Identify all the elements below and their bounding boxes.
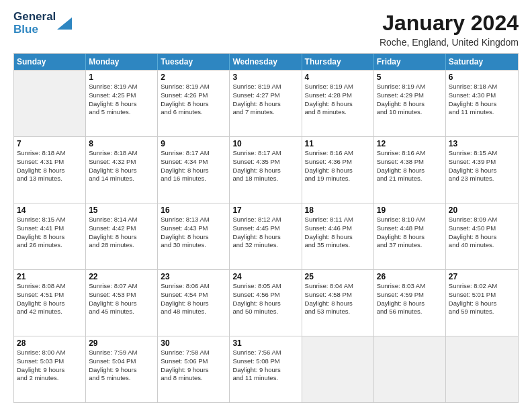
- sunset: Sunset: 4:48 PM: [377, 224, 443, 233]
- daylight-minutes: and 48 minutes.: [161, 308, 226, 316]
- calendar-cell: [374, 336, 446, 402]
- sunrise: Sunrise: 8:11 AM: [305, 216, 371, 224]
- sunrise: Sunrise: 8:00 AM: [17, 349, 83, 357]
- sunset: Sunset: 4:38 PM: [377, 158, 443, 167]
- daylight-minutes: and 42 minutes.: [17, 308, 83, 316]
- daylight-hours: Daylight: 8 hours: [377, 100, 443, 109]
- day-number: 9: [161, 139, 226, 148]
- calendar-cell: [14, 71, 86, 136]
- daylight-hours: Daylight: 8 hours: [17, 300, 83, 308]
- day-number: 6: [449, 73, 515, 82]
- sunrise: Sunrise: 8:09 AM: [449, 216, 515, 224]
- daylight-minutes: and 8 minutes.: [305, 108, 371, 117]
- day-number: 30: [161, 338, 226, 348]
- sunrise: Sunrise: 8:07 AM: [89, 282, 154, 291]
- calendar-cell: 16 Sunrise: 8:13 AM Sunset: 4:43 PM Dayl…: [158, 203, 230, 269]
- calendar-cell: 7 Sunrise: 8:18 AM Sunset: 4:31 PM Dayli…: [14, 137, 86, 203]
- sunrise: Sunrise: 8:19 AM: [305, 83, 371, 91]
- day-number: 22: [89, 272, 154, 281]
- calendar-row-4: 28 Sunrise: 8:00 AM Sunset: 5:03 PM Dayl…: [14, 336, 518, 402]
- calendar-cell: 11 Sunrise: 8:16 AM Sunset: 4:36 PM Dayl…: [302, 137, 374, 203]
- sunrise: Sunrise: 8:02 AM: [449, 282, 515, 291]
- day-number: 3: [232, 73, 298, 82]
- sunset: Sunset: 4:32 PM: [89, 158, 154, 167]
- day-number: 7: [17, 139, 83, 148]
- daylight-hours: Daylight: 8 hours: [161, 300, 226, 308]
- daylight-minutes: and 30 minutes.: [161, 241, 226, 250]
- daylight-hours: Daylight: 8 hours: [232, 100, 298, 109]
- title-block: January 2024 Roche, England, United King…: [380, 11, 519, 48]
- daylight-hours: Daylight: 8 hours: [17, 233, 83, 242]
- daylight-minutes: and 28 minutes.: [89, 241, 154, 250]
- daylight-minutes: and 11 minutes.: [232, 374, 298, 383]
- sunset: Sunset: 4:26 PM: [161, 91, 226, 100]
- calendar-cell: 6 Sunrise: 8:18 AM Sunset: 4:30 PM Dayli…: [446, 71, 518, 136]
- day-number: 1: [89, 73, 154, 82]
- sunrise: Sunrise: 8:19 AM: [232, 83, 298, 91]
- daylight-hours: Daylight: 8 hours: [89, 100, 154, 109]
- daylight-minutes: and 35 minutes.: [305, 241, 371, 250]
- sunset: Sunset: 5:04 PM: [89, 357, 154, 366]
- calendar-header: Sunday Monday Tuesday Wednesday Thursday…: [14, 54, 518, 70]
- day-number: 14: [17, 205, 83, 215]
- sunset: Sunset: 4:45 PM: [232, 224, 298, 233]
- sunset: Sunset: 5:01 PM: [449, 291, 515, 300]
- daylight-hours: Daylight: 8 hours: [377, 300, 443, 308]
- calendar-row-0: 1 Sunrise: 8:19 AM Sunset: 4:25 PM Dayli…: [14, 70, 518, 136]
- header-friday: Friday: [374, 54, 446, 70]
- sunset: Sunset: 4:30 PM: [449, 91, 515, 100]
- calendar-cell: 3 Sunrise: 8:19 AM Sunset: 4:27 PM Dayli…: [230, 71, 302, 136]
- daylight-minutes: and 10 minutes.: [377, 108, 443, 117]
- daylight-hours: Daylight: 8 hours: [449, 300, 515, 308]
- sunrise: Sunrise: 8:10 AM: [377, 216, 443, 224]
- calendar-cell: 22 Sunrise: 8:07 AM Sunset: 4:53 PM Dayl…: [86, 270, 158, 336]
- daylight-minutes: and 18 minutes.: [232, 175, 298, 183]
- daylight-hours: Daylight: 9 hours: [232, 366, 298, 375]
- sunrise: Sunrise: 8:18 AM: [449, 83, 515, 91]
- calendar-row-2: 14 Sunrise: 8:15 AM Sunset: 4:41 PM Dayl…: [14, 203, 518, 269]
- sunset: Sunset: 4:53 PM: [89, 291, 154, 300]
- sunset: Sunset: 5:03 PM: [17, 357, 83, 366]
- calendar-cell: 28 Sunrise: 8:00 AM Sunset: 5:03 PM Dayl…: [14, 336, 86, 402]
- calendar-cell: 10 Sunrise: 8:17 AM Sunset: 4:35 PM Dayl…: [230, 137, 302, 203]
- calendar-cell: 13 Sunrise: 8:15 AM Sunset: 4:39 PM Dayl…: [446, 137, 518, 203]
- header-saturday: Saturday: [446, 54, 518, 70]
- sunrise: Sunrise: 8:19 AM: [89, 83, 154, 91]
- daylight-hours: Daylight: 8 hours: [305, 100, 371, 109]
- daylight-minutes: and 14 minutes.: [89, 175, 154, 183]
- sunrise: Sunrise: 8:15 AM: [449, 149, 515, 158]
- calendar-body: 1 Sunrise: 8:19 AM Sunset: 4:25 PM Dayli…: [14, 70, 518, 402]
- sunrise: Sunrise: 8:13 AM: [161, 216, 226, 224]
- calendar-cell: 4 Sunrise: 8:19 AM Sunset: 4:28 PM Dayli…: [302, 71, 374, 136]
- daylight-hours: Daylight: 8 hours: [377, 233, 443, 242]
- daylight-minutes: and 19 minutes.: [305, 175, 371, 183]
- calendar-cell: 20 Sunrise: 8:09 AM Sunset: 4:50 PM Dayl…: [446, 203, 518, 269]
- day-number: 28: [17, 338, 83, 348]
- day-number: 21: [17, 272, 83, 281]
- daylight-hours: Daylight: 8 hours: [161, 167, 226, 175]
- header-tuesday: Tuesday: [158, 54, 230, 70]
- calendar-cell: 15 Sunrise: 8:14 AM Sunset: 4:42 PM Dayl…: [86, 203, 158, 269]
- sunset: Sunset: 4:43 PM: [161, 224, 226, 233]
- sunrise: Sunrise: 7:59 AM: [89, 349, 154, 357]
- day-number: 13: [449, 139, 515, 148]
- sunrise: Sunrise: 8:17 AM: [232, 149, 298, 158]
- calendar-cell: 27 Sunrise: 8:02 AM Sunset: 5:01 PM Dayl…: [446, 270, 518, 336]
- day-number: 18: [305, 205, 371, 215]
- calendar-cell: 19 Sunrise: 8:10 AM Sunset: 4:48 PM Dayl…: [374, 203, 446, 269]
- sunrise: Sunrise: 8:16 AM: [305, 149, 371, 158]
- calendar-cell: 18 Sunrise: 8:11 AM Sunset: 4:46 PM Dayl…: [302, 203, 374, 269]
- calendar-cell: 26 Sunrise: 8:03 AM Sunset: 4:59 PM Dayl…: [374, 270, 446, 336]
- daylight-minutes: and 16 minutes.: [161, 175, 226, 183]
- daylight-minutes: and 23 minutes.: [449, 175, 515, 183]
- header-sunday: Sunday: [14, 54, 86, 70]
- calendar-cell: 8 Sunrise: 8:18 AM Sunset: 4:32 PM Dayli…: [86, 137, 158, 203]
- calendar-cell: 1 Sunrise: 8:19 AM Sunset: 4:25 PM Dayli…: [86, 71, 158, 136]
- daylight-minutes: and 45 minutes.: [89, 308, 154, 316]
- calendar-cell: 14 Sunrise: 8:15 AM Sunset: 4:41 PM Dayl…: [14, 203, 86, 269]
- sunset: Sunset: 4:28 PM: [305, 91, 371, 100]
- daylight-minutes: and 56 minutes.: [377, 308, 443, 316]
- logo: General Blue: [13, 11, 72, 36]
- calendar-row-3: 21 Sunrise: 8:08 AM Sunset: 4:51 PM Dayl…: [14, 269, 518, 336]
- sunset: Sunset: 4:31 PM: [17, 158, 83, 167]
